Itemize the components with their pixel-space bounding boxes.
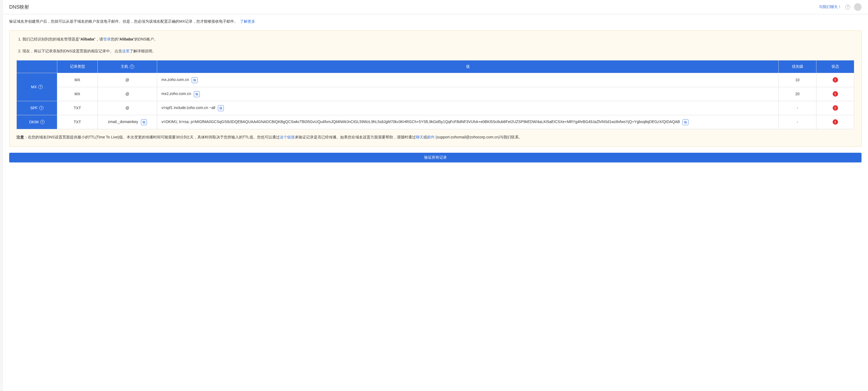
intro-text: 验证域名并创建用户后，您就可以从基于域名的账户发送电子邮件。但是，您必须为该域名… (3, 14, 868, 29)
note-t3: 或 (423, 135, 427, 139)
svg-rect-0 (194, 79, 196, 81)
cell-value: v=spf1 include:zoho.com.cn ~all (157, 101, 779, 115)
help-icon[interactable]: ? (38, 85, 43, 89)
avatar[interactable] (854, 3, 862, 11)
copy-icon[interactable] (192, 77, 198, 83)
cell-host: @ (98, 87, 157, 101)
svg-rect-4 (220, 108, 222, 109)
email-link[interactable]: 邮件 (427, 135, 435, 139)
th-record-type: 记录类型 (57, 60, 98, 73)
value-text: v=DKIM1; k=rsa; p=MIGfMA0GCSqGSIb3DQEBAQ… (161, 119, 680, 125)
tips-box: 我们已经识别到您的域名管理器是"Alibaba"，请登录您的"Alibaba"的… (9, 31, 862, 147)
cell-priority: 20 (779, 87, 816, 101)
note-label: 注意 (17, 135, 24, 139)
intro-message: 验证域名并创建用户后，您就可以从基于域名的账户发送电子邮件。但是，您必须为该域名… (9, 19, 238, 24)
th-host-label: 主机 (121, 64, 128, 69)
verify-all-button[interactable]: 验证所有记录 (9, 153, 862, 162)
value-text: mx2.zoho.com.cn (161, 91, 191, 97)
note-t4: (support-zohomail@zohocorp.com.cn)与我们联系。 (435, 135, 522, 139)
cell-value: mx2.zoho.com.cn (157, 87, 779, 101)
cell-status: ! (816, 115, 854, 129)
cell-host: @ (98, 73, 157, 87)
copy-icon[interactable] (218, 105, 224, 111)
cell-type: TXT (57, 115, 98, 129)
svg-rect-2 (196, 94, 198, 95)
tip1-provider: Alibaba (81, 37, 94, 41)
learn-more-link[interactable]: 了解更多 (240, 19, 255, 24)
cell-type: TXT (57, 101, 98, 115)
tip1-provider2: Alibaba (120, 37, 133, 41)
group-dkim-label: DKIM (29, 120, 39, 124)
dns-table: 记录类型 主机 ? 值 优先级 状态 (17, 60, 854, 129)
help-icon[interactable]: ? (130, 64, 134, 69)
cell-status: ! (816, 87, 854, 101)
value-text: mx.zoho.com.cn (161, 77, 189, 83)
th-empty (17, 60, 57, 73)
th-priority: 优先级 (779, 60, 816, 73)
help-icon[interactable]: ? (845, 5, 850, 9)
group-spf: SPF ? (17, 101, 57, 115)
cell-priority: 10 (779, 73, 816, 87)
group-spf-label: SPF (30, 106, 37, 110)
table-row: MX @ mx2.zoho.com.cn 20 ! (17, 87, 854, 101)
tip-item-2: 现在，将以下记录添加到DNS设置页面的相应记录中。 点击这里了解详细说明。 (23, 48, 854, 54)
note-text: 注意：在您的域名DNS设置页面提供最小的TTL(Time To Live)值。本… (17, 134, 854, 140)
cell-host: zmail._domainkey (98, 115, 157, 129)
note-t1: ：在您的域名DNS设置页面提供最小的TTL(Time To Live)值。本次变… (24, 135, 280, 139)
svg-rect-3 (196, 93, 197, 95)
svg-rect-7 (143, 121, 145, 123)
value-text: v=spf1 include:zoho.com.cn ~all (161, 105, 215, 111)
svg-rect-1 (193, 79, 195, 81)
cell-status: ! (816, 73, 854, 87)
cell-host: @ (98, 101, 157, 115)
tip1-mid: "，请 (94, 37, 103, 41)
table-row: SPF ? TXT @ v=spf1 include:zoho.com.cn ~… (17, 101, 854, 115)
table-row: DKIM ? TXT zmail._domainkey (17, 115, 854, 129)
copy-icon[interactable] (194, 91, 200, 97)
page-title: DNS映射 (9, 4, 29, 10)
th-value: 值 (157, 60, 779, 73)
th-status: 状态 (816, 60, 854, 73)
group-dkim: DKIM ? (17, 115, 57, 129)
host-text: zmail._domainkey (108, 119, 138, 125)
cell-status: ! (816, 101, 854, 115)
help-icon[interactable]: ? (40, 120, 44, 124)
group-mx-label: MX (31, 85, 37, 89)
copy-icon[interactable] (141, 119, 147, 125)
svg-rect-5 (220, 107, 221, 109)
note-t2: 来验证记录是否已经传播。如果您在域名设置方面需要帮助，请随时通过 (295, 135, 416, 139)
chat-link[interactable]: 与我们聊天！ (819, 5, 841, 9)
error-icon: ! (833, 105, 838, 111)
cell-priority: - (779, 101, 816, 115)
cell-value: v=DKIM1; k=rsa; p=MIGfMA0GCSqGSIb3DQEBAQ… (157, 115, 779, 129)
cell-type: MX (57, 73, 98, 87)
error-icon: ! (833, 77, 838, 83)
tip1-pre: 我们已经识别到您的域名管理器是" (23, 37, 81, 41)
tip1-post: "的DNS账户。 (133, 37, 158, 41)
cell-priority: - (779, 115, 816, 129)
th-host: 主机 ? (98, 60, 157, 73)
tip1-mid2: 您的" (111, 37, 120, 41)
table-row: MX ? MX @ mx.zoho.com.cn (17, 73, 854, 87)
svg-rect-8 (685, 122, 687, 123)
tip-item-1: 我们已经识别到您的域名管理器是"Alibaba"，请登录您的"Alibaba"的… (23, 36, 854, 42)
error-icon: ! (833, 91, 838, 97)
cell-value: mx.zoho.com.cn (157, 73, 779, 87)
group-mx: MX ? (17, 73, 57, 101)
login-link[interactable]: 登录 (103, 37, 111, 41)
svg-rect-9 (684, 121, 686, 123)
error-icon: ! (833, 119, 838, 125)
page-header: DNS映射 与我们聊天！ ? (3, 0, 868, 14)
tip2-post: 了解详细说明。 (130, 49, 156, 53)
copy-icon[interactable] (683, 119, 688, 125)
help-icon[interactable]: ? (39, 106, 43, 110)
chat-link-inline[interactable]: 聊天 (416, 135, 423, 139)
cell-type: MX (57, 87, 98, 101)
verify-link[interactable]: 这个链接 (280, 135, 295, 139)
tip2-pre: 现在，将以下记录添加到DNS设置页面的相应记录中。 点击 (23, 49, 122, 53)
here-link[interactable]: 这里 (122, 49, 130, 53)
sidebar-stub (0, 0, 3, 391)
svg-rect-6 (143, 122, 145, 123)
